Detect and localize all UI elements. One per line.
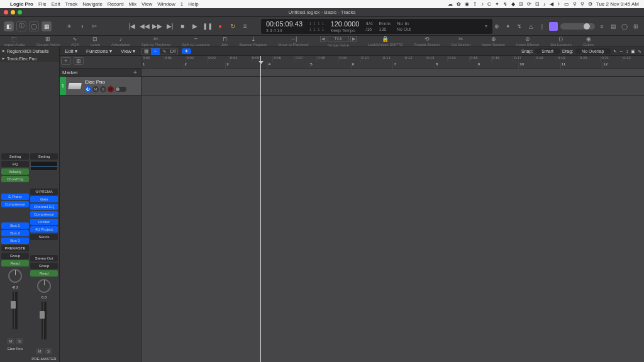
zoom-tool[interactable]: ▣: [631, 49, 635, 54]
lcd-display[interactable]: 00:05:09.43 3 3 4 14 1 1 1 1 1 1 1 1 120…: [261, 19, 492, 34]
lcd-in[interactable]: No In: [397, 21, 409, 26]
count-in-toggle[interactable]: ✄: [89, 21, 99, 31]
play[interactable]: ▶: [191, 22, 199, 31]
lcd-tempo-mode[interactable]: Keep Tempo: [331, 28, 355, 33]
tool-bounce[interactable]: ⤓Bounce Regions: [240, 36, 267, 47]
audiofx-slot[interactable]: Gain: [30, 196, 58, 202]
menu-view[interactable]: View: [142, 1, 152, 7]
sends-label[interactable]: Sends: [30, 234, 58, 240]
tracks-view-menu[interactable]: View ▾: [118, 48, 138, 55]
playhead[interactable]: [260, 56, 261, 362]
ruler[interactable]: + ⊞ 0:000:010:020:030:040:050:060:070:08…: [60, 56, 644, 69]
view-mode-seg[interactable]: ▦ ≡ ∿ D◊: [142, 48, 178, 55]
track-enable[interactable]: ⏻: [85, 86, 91, 92]
output-slot[interactable]: Stereo Out: [30, 255, 58, 261]
tool-import-audio[interactable]: ⬚Import Audio: [4, 36, 25, 47]
lcd-time[interactable]: 00:05:09.43: [266, 20, 303, 28]
mute-button[interactable]: M: [7, 338, 14, 344]
inspector-toggle[interactable]: ⓘ: [16, 21, 26, 31]
tuner[interactable]: ⊕: [492, 22, 501, 31]
track-header[interactable]: 1 Elec Pno ⏻ M S R: [60, 77, 142, 95]
tool-move-playhead[interactable]: →|Move to Playhead: [279, 36, 309, 47]
cycle[interactable]: ↻: [228, 22, 237, 31]
status-icon[interactable]: ◆: [511, 1, 515, 7]
status-icon[interactable]: ⟳: [527, 1, 531, 7]
display-mode[interactable]: ☀: [64, 21, 74, 31]
lcd-bpm[interactable]: 120.0000: [331, 20, 360, 28]
midifx-slot[interactable]: ChordTrig: [1, 176, 29, 182]
menu-navigate[interactable]: Navigate: [82, 1, 103, 7]
add-track-button[interactable]: +: [61, 57, 71, 65]
lcd-menu-icon[interactable]: ▾: [485, 23, 487, 29]
master-volume[interactable]: [560, 23, 595, 30]
battery-icon[interactable]: ▭: [564, 1, 569, 7]
lcd-out[interactable]: No Out: [397, 27, 411, 31]
status-icon[interactable]: C: [487, 1, 491, 7]
tool-set-locators[interactable]: ⟨⟩Set Locators: [550, 36, 572, 47]
automation-toggle[interactable]: ✦: [182, 48, 191, 54]
status-icon[interactable]: ⊞: [519, 1, 523, 7]
volume-fader[interactable]: [42, 302, 43, 339]
tool-split-playhead[interactable]: ✄Split by Playhead: [142, 36, 170, 47]
audiofx-slot[interactable]: 4U Project: [30, 226, 58, 233]
bluetooth-icon[interactable]: ᚼ: [557, 1, 560, 7]
click[interactable]: △: [526, 22, 535, 31]
browser[interactable]: ⊞: [631, 22, 640, 31]
prema-slot[interactable]: ⦿ PREMA: [30, 189, 58, 195]
stop[interactable]: ■: [178, 22, 187, 31]
group-slot[interactable]: Group: [1, 253, 29, 259]
control-center-icon[interactable]: ⚙: [588, 1, 592, 7]
mute-button[interactable]: M: [36, 348, 43, 354]
snap-select[interactable]: Smart: [535, 48, 560, 54]
menu-edit[interactable]: Edit: [52, 1, 60, 7]
menu-file[interactable]: File: [38, 1, 47, 7]
track-input-monitor[interactable]: [115, 87, 126, 92]
lcd-loc-start[interactable]: 1 1 1 1: [309, 21, 324, 26]
tracks-edit-menu[interactable]: Edit ▾: [62, 48, 80, 55]
status-icon[interactable]: ⇪: [473, 1, 477, 7]
empty-tracks-area[interactable]: [60, 96, 644, 362]
status-icon[interactable]: ↯: [503, 1, 508, 7]
view-mode-4[interactable]: D◊: [169, 48, 177, 55]
tracks-functions-menu[interactable]: Functions ▾: [84, 48, 114, 55]
midifx-slot[interactable]: Velocity: [1, 168, 29, 175]
status-icon[interactable]: ◉: [465, 1, 469, 7]
zoom-button[interactable]: [18, 10, 22, 14]
ruler-time[interactable]: 0:000:010:020:030:040:050:060:070:080:09…: [142, 56, 644, 62]
group-slot[interactable]: Group: [30, 263, 58, 269]
send-slot[interactable]: Bus 2: [1, 230, 29, 236]
audiofx-slot[interactable]: Channel EQ: [30, 204, 58, 210]
tool-colors[interactable]: ◉Colors: [583, 36, 594, 47]
tool-nudge[interactable]: ◀Tick▶ Nudge Value: [320, 36, 357, 47]
track-solo[interactable]: S: [100, 86, 106, 92]
view-mode-1[interactable]: ▦: [142, 48, 151, 55]
send-slot[interactable]: Bus 3: [1, 238, 29, 244]
tool-learn[interactable]: ⊡Learn: [91, 36, 100, 47]
instrument-slot[interactable]: E-Piano: [1, 194, 29, 200]
tool-repeat-section[interactable]: ⟲Repeat Section: [414, 36, 440, 47]
audiofx-slot[interactable]: Compressor: [1, 201, 29, 207]
library-toggle[interactable]: ◧: [4, 21, 14, 31]
lcd-key[interactable]: Emin: [379, 21, 391, 26]
rewind[interactable]: ◀◀: [140, 22, 149, 31]
solo[interactable]: ✦: [504, 22, 513, 31]
pause[interactable]: ❚❚: [203, 22, 212, 31]
lcd-sig[interactable]: 4/4: [365, 21, 372, 26]
duplicate-track-button[interactable]: ⊞: [74, 57, 84, 65]
tool-insert-silence[interactable]: ⊘Insert Silence: [516, 36, 539, 47]
status-icon[interactable]: ☁: [448, 1, 453, 7]
status-icon[interactable]: ♪: [481, 1, 484, 7]
status-icon[interactable]: ◀: [550, 1, 553, 7]
status-icon[interactable]: ✿: [457, 1, 461, 7]
view-mode-2[interactable]: ≡: [151, 48, 160, 55]
menu-track[interactable]: Track: [65, 1, 78, 7]
record[interactable]: ●: [216, 22, 225, 31]
ruler-bars[interactable]: 123456789101112: [142, 62, 644, 69]
go-to-end[interactable]: ▶|: [165, 22, 174, 31]
audiofx-slot[interactable]: Compressor: [30, 211, 58, 217]
toolbar-toggle[interactable]: ◯: [29, 21, 39, 31]
marker-lane[interactable]: [142, 69, 644, 76]
notes-toggle[interactable]: [549, 22, 558, 31]
automation-slot[interactable]: Read: [30, 270, 58, 277]
menu-help[interactable]: Help: [188, 1, 198, 7]
